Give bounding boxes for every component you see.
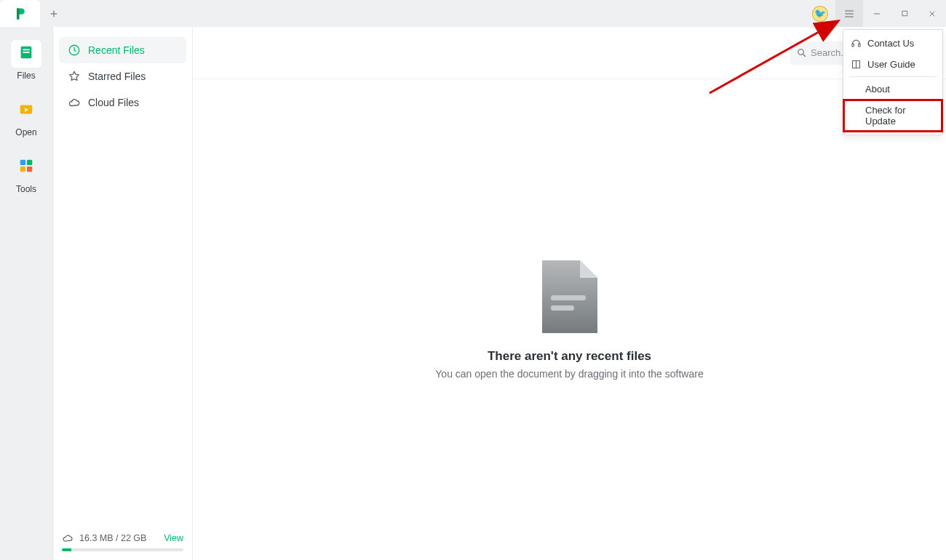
empty-document-icon [539, 260, 600, 333]
menu-item-check-update[interactable]: Check for Update [843, 100, 942, 132]
avatar[interactable]: 🐦 [812, 6, 828, 22]
storage-view-link[interactable]: View [164, 533, 183, 543]
minimize-button[interactable] [863, 0, 891, 27]
svg-rect-1 [902, 11, 907, 15]
leftbar-item-files[interactable]: Files [11, 40, 41, 81]
empty-title: There aren't any recent files [488, 349, 651, 364]
svg-rect-0 [17, 8, 19, 19]
headset-icon [851, 38, 862, 49]
svg-rect-14 [551, 295, 586, 300]
main: There aren't any recent files You can op… [193, 27, 946, 560]
sidebar-item-cloud[interactable]: Cloud Files [59, 89, 186, 116]
menu-item-label: About [865, 84, 890, 95]
app-body: Files Open Tools [0, 27, 946, 560]
leftbar: Files Open Tools [0, 27, 53, 560]
hamburger-dropdown: Contact Us User Guide About Check for Up… [843, 29, 943, 135]
sidebar-item-label: Recent Files [88, 44, 145, 56]
menu-item-label: Check for Update [865, 105, 935, 127]
menu-item-userguide[interactable]: User Guide [843, 54, 942, 75]
sidebar: Recent Files Starred Files Cloud Files 1… [53, 27, 193, 560]
sidebar-item-label: Starred Files [88, 71, 146, 82]
menu-separator [849, 76, 937, 77]
titlebar-spacer [67, 0, 812, 27]
hamburger-menu-button[interactable] [835, 0, 863, 27]
star-icon [68, 70, 81, 83]
svg-rect-9 [27, 167, 32, 172]
menu-item-label: User Guide [867, 59, 915, 70]
leftbar-item-open[interactable]: Open [11, 97, 41, 137]
svg-rect-4 [23, 52, 29, 53]
maximize-button[interactable] [891, 0, 918, 27]
open-icon [18, 101, 34, 117]
book-icon [851, 59, 862, 70]
menu-item-label: Contact Us [867, 38, 914, 49]
active-tab[interactable] [0, 0, 40, 27]
menu-item-contact[interactable]: Contact Us [843, 33, 942, 54]
svg-rect-15 [551, 305, 574, 311]
menu-item-about[interactable]: About [843, 79, 942, 100]
app-logo-icon [13, 7, 28, 21]
leftbar-label: Tools [16, 184, 36, 194]
svg-rect-16 [852, 44, 854, 47]
leftbar-label: Files [17, 71, 35, 81]
svg-rect-17 [859, 44, 861, 47]
svg-rect-3 [23, 49, 29, 50]
tools-icon [18, 158, 34, 174]
leftbar-item-tools[interactable]: Tools [11, 153, 41, 194]
clock-icon [68, 44, 81, 57]
titlebar: 🐦 [0, 0, 946, 27]
empty-state: There aren't any recent files You can op… [193, 79, 946, 560]
files-icon [18, 44, 34, 60]
svg-rect-6 [20, 160, 25, 165]
cloud-icon [68, 96, 81, 109]
storage-text: 16.3 MB / 22 GB [79, 533, 146, 543]
svg-point-11 [798, 49, 804, 55]
svg-rect-7 [27, 160, 32, 165]
plus-icon [49, 9, 59, 19]
hamburger-icon [843, 8, 855, 20]
sidebar-item-label: Cloud Files [88, 97, 139, 108]
sidebar-item-recent[interactable]: Recent Files [59, 37, 186, 63]
close-button[interactable] [918, 0, 946, 27]
empty-subtitle: You can open the document by dragging it… [435, 368, 703, 380]
search-icon [796, 47, 807, 61]
sidebar-item-starred[interactable]: Starred Files [59, 63, 186, 89]
maximize-icon [901, 9, 909, 17]
storage-bar [62, 548, 183, 551]
cloud-icon [62, 532, 73, 544]
new-tab-button[interactable] [40, 0, 67, 27]
main-toolbar [193, 27, 946, 79]
leftbar-label: Open [15, 127, 36, 137]
close-icon [928, 9, 937, 18]
svg-rect-8 [20, 167, 25, 172]
minimize-icon [873, 9, 881, 18]
storage-footer: 16.3 MB / 22 GB View [53, 532, 192, 551]
